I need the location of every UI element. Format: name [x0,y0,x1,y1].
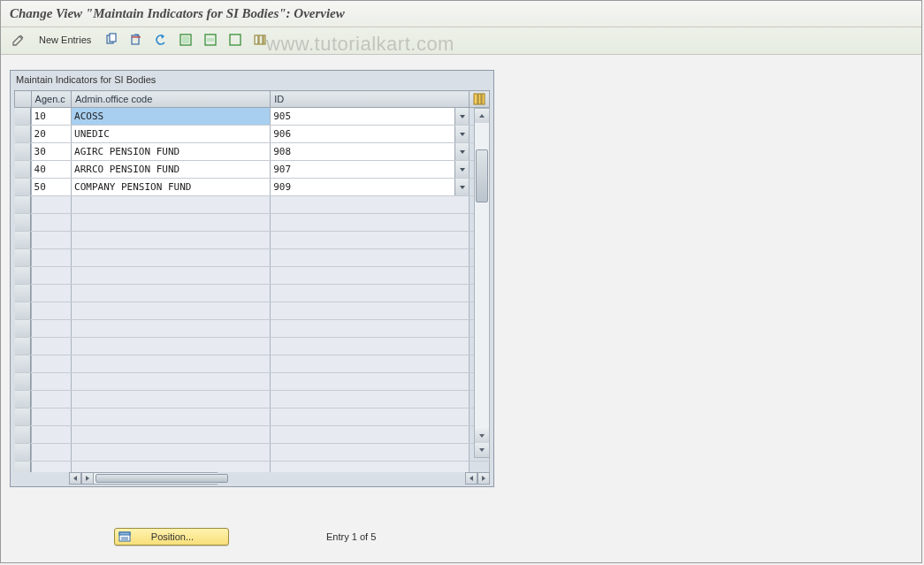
vscroll-track[interactable] [475,123,489,429]
deselect-all-icon[interactable] [225,31,246,49]
row-selector[interactable] [15,338,31,355]
select-all-icon[interactable] [175,31,196,49]
table-row [15,214,490,232]
empty-cell [72,408,271,426]
row-selector[interactable] [15,391,31,408]
row-selector[interactable] [15,444,31,461]
scroll-down2-icon[interactable] [475,443,489,457]
dropdown-arrow-icon[interactable] [454,143,469,160]
empty-cell [31,196,71,214]
id-cell[interactable] [271,126,469,142]
id-cell[interactable] [271,161,469,178]
row-selector[interactable] [15,108,31,125]
col-header-admin[interactable]: Admin.office code [72,91,271,108]
table-row [15,108,490,126]
table-row [15,302,490,320]
empty-cell [31,408,71,426]
row-selector[interactable] [15,373,31,390]
row-selector[interactable] [15,126,31,142]
vertical-scrollbar[interactable] [474,108,490,458]
empty-cell [271,444,470,462]
table-settings-icon[interactable] [470,91,490,108]
hscroll-thumb[interactable] [95,474,228,483]
agenc-cell[interactable] [32,179,71,195]
row-selector[interactable] [15,196,31,213]
configuration-icon[interactable] [249,31,271,49]
empty-cell [31,232,71,249]
agenc-cell[interactable] [32,126,71,142]
admin-office-cell[interactable] [72,179,270,195]
svg-rect-11 [474,94,477,104]
row-selector-header[interactable] [15,91,32,108]
row-selector[interactable] [15,302,31,319]
hscroll-left-icon[interactable] [69,472,81,485]
title-bar: Change View "Maintain Indicators for SI … [1,1,921,27]
entry-count-text: Entry 1 of 5 [326,531,376,542]
col-header-agenc[interactable]: Agen.c [31,91,71,108]
hscroll-right2-icon[interactable] [477,472,490,485]
vscroll-thumb[interactable] [476,149,488,202]
row-selector[interactable] [15,285,31,302]
empty-cell [271,302,470,320]
table-row [15,426,490,444]
admin-office-cell[interactable] [72,126,270,142]
row-selector[interactable] [15,462,31,472]
svg-rect-8 [255,35,258,44]
row-selector[interactable] [15,426,31,443]
dropdown-arrow-icon[interactable] [454,108,469,125]
id-cell[interactable] [271,143,469,160]
position-button[interactable]: Position... [114,528,229,546]
dropdown-arrow-icon[interactable] [454,126,469,142]
empty-cell [72,214,271,232]
svg-rect-4 [182,36,189,43]
table-row [15,373,490,391]
scroll-down-icon[interactable] [475,429,489,443]
row-selector[interactable] [15,161,31,178]
copy-as-icon[interactable] [101,31,122,49]
agenc-cell[interactable] [32,108,71,125]
dropdown-arrow-icon[interactable] [454,161,469,178]
empty-cell [72,391,271,408]
id-cell[interactable] [271,179,469,195]
undo-change-icon[interactable] [150,31,172,49]
agenc-cell[interactable] [32,161,71,178]
dropdown-arrow-icon[interactable] [454,179,469,195]
application-toolbar: New Entries [1,27,921,55]
agenc-cell[interactable] [32,143,71,160]
table-row [15,196,490,214]
admin-office-cell[interactable] [72,161,270,178]
row-selector[interactable] [15,249,31,266]
hscroll-track[interactable] [94,472,218,485]
row-selector[interactable] [15,355,31,372]
table-row [15,232,490,249]
delete-icon[interactable] [126,31,147,49]
row-selector[interactable] [15,143,31,160]
new-entries-button[interactable]: New Entries [33,31,97,49]
id-cell[interactable] [271,108,469,125]
position-icon [118,531,131,543]
col-header-id[interactable]: ID [271,91,470,108]
toggle-display-change-icon[interactable] [8,31,29,49]
row-selector[interactable] [15,214,31,231]
row-selector[interactable] [15,320,31,337]
empty-cell [72,426,271,444]
admin-office-cell[interactable] [72,108,270,125]
hscroll-right-icon[interactable] [81,472,94,485]
table-row [15,249,490,267]
select-block-icon[interactable] [200,31,221,49]
row-selector[interactable] [15,267,31,284]
panel-title: Maintain Indicators for SI Bodies [11,71,493,88]
row-selector[interactable] [15,232,31,248]
hscroll-left2-icon[interactable] [465,472,477,485]
empty-cell [271,391,470,408]
empty-cell [31,355,71,373]
table-row [15,320,490,338]
empty-cell [271,373,470,391]
si-bodies-table: Agen.c Admin.office code ID [14,90,490,472]
empty-cell [72,444,271,462]
scroll-up-icon[interactable] [475,109,489,123]
svg-rect-12 [478,94,481,104]
admin-office-cell[interactable] [72,143,270,160]
row-selector[interactable] [15,408,31,425]
row-selector[interactable] [15,179,31,195]
